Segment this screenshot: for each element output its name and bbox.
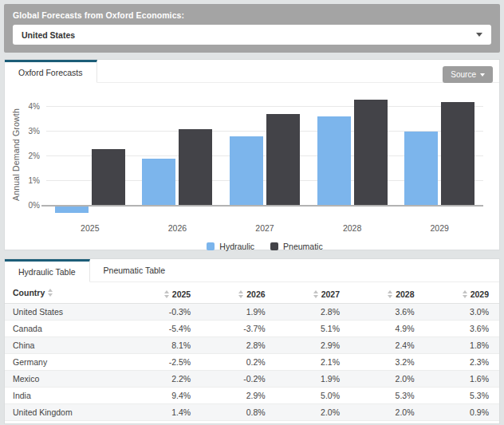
x-axis-label: 2025 bbox=[62, 223, 118, 233]
hydraulic-bar-2029[interactable] bbox=[404, 132, 438, 206]
y-tick-label: 2% bbox=[10, 152, 40, 160]
value-cell: 2.3% bbox=[424, 353, 499, 370]
table-row: United Kingdom1.4%0.8%2.0%2.0%0.9% bbox=[5, 403, 499, 420]
gridline bbox=[46, 106, 483, 107]
hydraulic-bar-2025[interactable] bbox=[55, 206, 89, 213]
value-cell: 8.1% bbox=[127, 336, 201, 353]
sort-icon bbox=[463, 290, 467, 298]
country-select[interactable]: United States bbox=[13, 25, 491, 45]
table-row: India9.4%2.9%5.0%5.3%5.3% bbox=[5, 387, 499, 403]
country-cell: China bbox=[5, 336, 127, 353]
chart-plot-area: 0%1%2%3%4% bbox=[46, 91, 483, 218]
value-cell: 3.2% bbox=[350, 353, 424, 370]
country-cell: United States bbox=[5, 303, 127, 320]
value-cell: -3.7% bbox=[201, 320, 275, 336]
value-cell: 0.2% bbox=[201, 353, 275, 370]
tab-oxford-forecasts[interactable]: Oxford Forecasts bbox=[5, 60, 97, 83]
pneumatic-bar-2029[interactable] bbox=[441, 102, 474, 206]
tab-pneumatic-table[interactable]: Pneumatic Table bbox=[90, 259, 179, 281]
column-header-2025[interactable]: 2025 bbox=[127, 282, 201, 303]
table-row: China8.1%2.8%2.9%2.4%1.8% bbox=[5, 336, 499, 353]
table-row: Germany-2.5%0.2%2.1%3.2%2.3% bbox=[5, 353, 499, 370]
header-label: Global Forecasts from Oxford Economics: bbox=[13, 10, 491, 20]
pneumatic-bar-2025[interactable] bbox=[92, 149, 125, 206]
hydraulic-bar-2026[interactable] bbox=[142, 159, 175, 206]
page: Global Forecasts from Oxford Economics: … bbox=[0, 0, 504, 425]
source-button[interactable]: Source bbox=[443, 66, 493, 83]
chart-legend: HydraulicPneumatic bbox=[46, 242, 483, 251]
table-body: United States-0.3%1.9%2.8%3.6%3.0%Canada… bbox=[5, 303, 499, 420]
table-row: United States-0.3%1.9%2.8%3.6%3.0% bbox=[5, 303, 499, 320]
y-tick-label: 4% bbox=[10, 102, 40, 111]
value-cell: 1.9% bbox=[201, 303, 275, 320]
oxford-forecasts-panel: Oxford Forecasts Source Annual Demand Gr… bbox=[4, 59, 500, 250]
value-cell: 2.2% bbox=[127, 370, 201, 387]
tab-hydraulic-table[interactable]: Hydraulic Table bbox=[5, 259, 90, 282]
value-cell: 5.1% bbox=[276, 320, 350, 336]
column-header-2029[interactable]: 2029 bbox=[424, 282, 499, 303]
country-cell: Mexico bbox=[5, 370, 127, 387]
global-forecasts-header: Global Forecasts from Oxford Economics: … bbox=[4, 4, 500, 53]
value-cell: 2.0% bbox=[350, 403, 424, 420]
column-header-label: 2025 bbox=[172, 289, 191, 299]
chevron-down-icon bbox=[476, 33, 482, 37]
value-cell: 0.9% bbox=[424, 403, 499, 420]
value-cell: 9.4% bbox=[127, 387, 201, 403]
forecast-table-panel: Hydraulic TablePneumatic Table Country20… bbox=[4, 258, 500, 424]
value-cell: -2.5% bbox=[127, 353, 201, 370]
value-cell: 5.0% bbox=[276, 387, 350, 403]
x-axis-label: 2027 bbox=[237, 223, 293, 233]
column-header-2026[interactable]: 2026 bbox=[201, 282, 275, 303]
legend-item-pneumatic[interactable]: Pneumatic bbox=[270, 242, 323, 251]
pneumatic-bar-2026[interactable] bbox=[179, 129, 212, 206]
column-header-2027[interactable]: 2027 bbox=[276, 282, 350, 303]
value-cell: 2.1% bbox=[276, 353, 350, 370]
sort-icon bbox=[48, 289, 53, 297]
column-header-label: Country bbox=[13, 288, 45, 297]
value-cell: 4.9% bbox=[350, 320, 424, 336]
legend-label: Hydraulic bbox=[219, 242, 254, 251]
legend-swatch-icon bbox=[270, 242, 278, 250]
country-select-value: United States bbox=[22, 30, 75, 40]
country-cell: India bbox=[5, 387, 127, 403]
column-header-label: 2026 bbox=[246, 289, 265, 299]
value-cell: 2.8% bbox=[276, 303, 350, 320]
y-tick-label: 1% bbox=[10, 176, 40, 185]
hydraulic-table: Country20252026202720282029 United State… bbox=[5, 282, 499, 421]
pneumatic-bar-2028[interactable] bbox=[354, 100, 388, 206]
value-cell: 1.8% bbox=[424, 336, 499, 353]
value-cell: 2.0% bbox=[276, 403, 350, 420]
table-row: Canada-5.4%-3.7%5.1%4.9%3.6% bbox=[5, 320, 499, 336]
sort-icon bbox=[164, 290, 169, 298]
country-cell: Germany bbox=[5, 353, 127, 370]
value-cell: -0.3% bbox=[127, 303, 201, 320]
table-tab-row: Hydraulic TablePneumatic Table bbox=[5, 259, 499, 282]
column-header-label: 2029 bbox=[471, 289, 489, 299]
column-header-country[interactable]: Country bbox=[5, 282, 127, 303]
value-cell: 0.8% bbox=[201, 403, 275, 420]
value-cell: 2.9% bbox=[201, 387, 275, 403]
x-axis-label: 2026 bbox=[149, 223, 205, 233]
value-cell: 2.9% bbox=[276, 336, 350, 353]
value-cell: 5.3% bbox=[424, 387, 499, 403]
sort-icon bbox=[238, 290, 243, 298]
column-header-label: 2027 bbox=[321, 289, 340, 299]
source-button-label: Source bbox=[451, 70, 476, 79]
value-cell: 5.3% bbox=[350, 387, 424, 403]
hydraulic-bar-2027[interactable] bbox=[230, 136, 263, 206]
legend-item-hydraulic[interactable]: Hydraulic bbox=[207, 242, 254, 251]
x-axis-labels: 20252026202720282029 bbox=[46, 223, 483, 238]
country-cell: United Kingdom bbox=[5, 403, 127, 420]
table-header-row: Country20252026202720282029 bbox=[5, 282, 499, 303]
value-cell: 2.0% bbox=[350, 370, 424, 387]
sort-icon bbox=[388, 290, 392, 298]
legend-swatch-icon bbox=[207, 242, 215, 250]
column-header-2028[interactable]: 2028 bbox=[350, 282, 424, 303]
value-cell: 3.0% bbox=[424, 303, 499, 320]
value-cell: 2.8% bbox=[201, 336, 275, 353]
value-cell: 1.9% bbox=[276, 370, 350, 387]
hydraulic-bar-2028[interactable] bbox=[317, 116, 351, 206]
pneumatic-bar-2027[interactable] bbox=[266, 114, 300, 206]
value-cell: -5.4% bbox=[127, 320, 201, 336]
legend-label: Pneumatic bbox=[283, 242, 323, 251]
